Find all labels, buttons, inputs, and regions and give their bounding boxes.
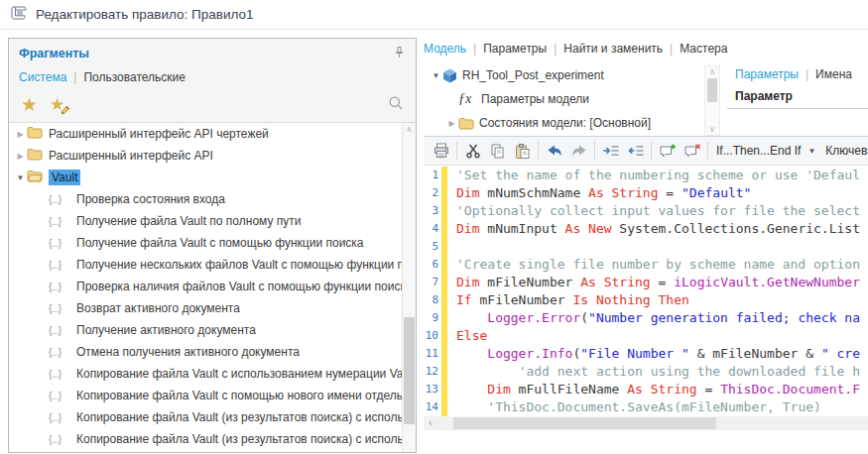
fragments-tree: ▶ Расширенный интерфейс API чертежей▶ Ра… [9, 122, 416, 452]
outdent-icon[interactable] [623, 140, 648, 162]
model-tab-1[interactable]: Параметры [483, 42, 547, 56]
folder-icon [27, 148, 43, 164]
tree-row[interactable]: ▶ Расширенный интерфейс API чертежей [9, 123, 416, 145]
code-line: 2Dim mNumSchmName As String = "Default" [424, 184, 868, 202]
code-line: 9 Logger.Error("Number generation failed… [424, 309, 868, 327]
tree-row[interactable]: {...}Получение файла Vault по полному пу… [9, 210, 416, 232]
tree-item-label: Отмена получения активного документа [76, 345, 300, 359]
toolbar-separator [594, 142, 595, 160]
expand-icon[interactable]: ▶ [14, 130, 27, 139]
search-icon[interactable] [388, 95, 404, 114]
tree-item-label: Проверка наличия файлов Vault с помощью … [76, 280, 413, 293]
code-line: 11 Logger.Info("File Number " & mFileNum… [424, 345, 868, 363]
tree-row[interactable]: {...}Возврат активного документа [9, 297, 416, 319]
pin-icon[interactable] [393, 46, 406, 61]
tree-item-label: Расширенный интерфейс API чертежей [49, 127, 269, 141]
collapse-icon[interactable]: ▼ [14, 173, 27, 182]
model-tab-3[interactable]: Мастера [680, 42, 727, 56]
paste-icon[interactable] [510, 140, 535, 162]
snippet-icon: {...} [49, 260, 72, 271]
line-number: 11 [424, 345, 441, 363]
tree-row[interactable]: {...}Копирование файла Vault (из результ… [9, 428, 416, 450]
code-line: 8If mFileNumber Is Nothing Then [424, 291, 868, 309]
code-text: 'add next action using the downloaded fi… [447, 363, 860, 381]
tree-item-label: Получение файла Vault с помощью функции … [76, 236, 364, 250]
parameters-tabs: Параметры|Имена [727, 63, 868, 85]
if-then-label: If...Then...End If [716, 144, 801, 158]
toolbar-separator [651, 142, 652, 160]
model-tabs: Модель|Параметры|Найти и заменить|Мастер… [424, 38, 868, 59]
tree-row[interactable]: {...}Копирование файла Vault с помощью н… [9, 385, 416, 406]
scroll-up-icon[interactable]: ∧ [705, 67, 719, 76]
line-number: 9 [424, 309, 441, 327]
if-then-snippet-dropdown[interactable]: If...Then...End If▼ [711, 144, 820, 158]
code-line: 14 'ThisDoc.Document.SaveAs(mFileNumber,… [424, 398, 868, 416]
expand-icon[interactable]: ▶ [14, 152, 27, 161]
folder-icon [458, 117, 474, 130]
tree-row[interactable]: {...}Копирование файла Vault с использов… [9, 363, 416, 385]
indent-icon[interactable] [598, 140, 623, 162]
tree-row[interactable]: ▼ Vault [9, 167, 416, 188]
model-tree-row[interactable]: ▶ Состояния модели: [Основной] [424, 111, 704, 135]
snippet-icon: {...} [49, 412, 72, 423]
scrollbar-thumb[interactable] [404, 317, 415, 424]
line-number: 3 [424, 202, 441, 220]
fragments-tree-scrollbar[interactable]: ∧ [402, 123, 416, 452]
fragments-panel-title: Фрагменты [19, 47, 89, 60]
redo-icon[interactable] [566, 140, 591, 162]
model-tree-scrollbar[interactable]: ∧ ∨ [704, 65, 720, 136]
code-line: 13 Dim mFullFileName As String = ThisDoc… [424, 381, 868, 398]
tree-row[interactable]: {...}Получение активного документа [9, 319, 416, 341]
code-text: Dim mNumSchmName As String = "Default" [447, 184, 751, 202]
parameters-tab-0[interactable]: Параметры [735, 67, 799, 81]
fragments-tab-1[interactable]: Пользовательские [83, 70, 186, 84]
snippet-icon: {...} [49, 194, 72, 205]
favorites-star-icon[interactable]: ★ [21, 95, 38, 114]
parameters-panel: Параметры|Имена Параметр [727, 63, 868, 136]
fragments-tabs: Система|Пользовательские [9, 66, 416, 88]
model-tab-0[interactable]: Модель [424, 42, 466, 56]
fx-parameters-icon: ƒx [458, 91, 476, 107]
fragments-tab-0[interactable]: Система [19, 70, 66, 84]
model-tree-row[interactable]: ƒxПараметры модели [424, 87, 704, 111]
tree-row[interactable]: {...}Проверка наличия файлов Vault с пом… [9, 276, 416, 297]
code-text: 'ThisDoc.Document.SaveAs(mFileNumber, Tr… [447, 398, 821, 416]
tree-item-label: Копирование файла Vault с помощью нового… [76, 389, 416, 402]
expand-icon[interactable]: ▶ [445, 119, 458, 128]
editor-h-scrollbar[interactable]: ‹ [424, 416, 868, 430]
undo-icon[interactable] [542, 140, 566, 162]
snippet-icon: {...} [49, 303, 72, 314]
add-comment-icon[interactable] [655, 140, 680, 162]
snippet-icon: {...} [49, 369, 72, 380]
code-editor[interactable]: 1'Set the name of the numbering scheme o… [424, 167, 868, 416]
scrollbar-thumb[interactable] [707, 78, 717, 102]
tree-row[interactable]: ▶ Расширенный интерфейс API [9, 145, 416, 167]
parameters-tab-1[interactable]: Имена [815, 67, 852, 81]
model-tree-row[interactable]: ▼ RH_Tool_Post_experiment [424, 63, 704, 87]
snippet-icon: {...} [49, 434, 72, 445]
scroll-up-icon[interactable]: ∧ [403, 125, 416, 134]
h-scrollbar-thumb[interactable] [453, 417, 716, 429]
tree-row[interactable]: {...}Получение нескольких файлов Vault с… [9, 254, 416, 276]
tree-row[interactable]: {...}Копирование файла Vault (из результ… [9, 406, 416, 428]
tree-row[interactable]: {...}Отмена получения активного документ… [9, 341, 416, 363]
code-text: 'Set the name of the numbering scheme or… [447, 167, 860, 184]
scroll-down-icon[interactable]: ∨ [705, 125, 719, 134]
keywords-dropdown[interactable]: Ключевые слова▼ [820, 144, 868, 158]
tree-row[interactable]: {...}Получение файла Vault с помощью фун… [9, 232, 416, 254]
print-icon[interactable] [429, 140, 453, 162]
add-favorite-star-icon[interactable]: ★ [50, 96, 64, 113]
line-number: 4 [424, 220, 441, 238]
tree-row[interactable]: {...}Проверка состояния входа [9, 188, 416, 210]
collapse-icon[interactable]: ▼ [430, 71, 442, 80]
scroll-left-icon[interactable]: ‹ [424, 416, 437, 430]
copy-icon[interactable] [485, 140, 510, 162]
model-tab-2[interactable]: Найти и заменить [563, 42, 663, 56]
line-number: 6 [424, 256, 441, 274]
remove-comment-icon[interactable] [680, 140, 704, 162]
parameter-column-header[interactable]: Параметр [727, 85, 868, 109]
code-text: Logger.Error("Number generation failed; … [447, 309, 860, 327]
cut-icon[interactable] [460, 140, 485, 162]
code-text: Dim mNumInput As New System.Collections.… [447, 220, 860, 238]
code-text: Logger.Info("File Number " & mFileNumber… [447, 345, 860, 363]
